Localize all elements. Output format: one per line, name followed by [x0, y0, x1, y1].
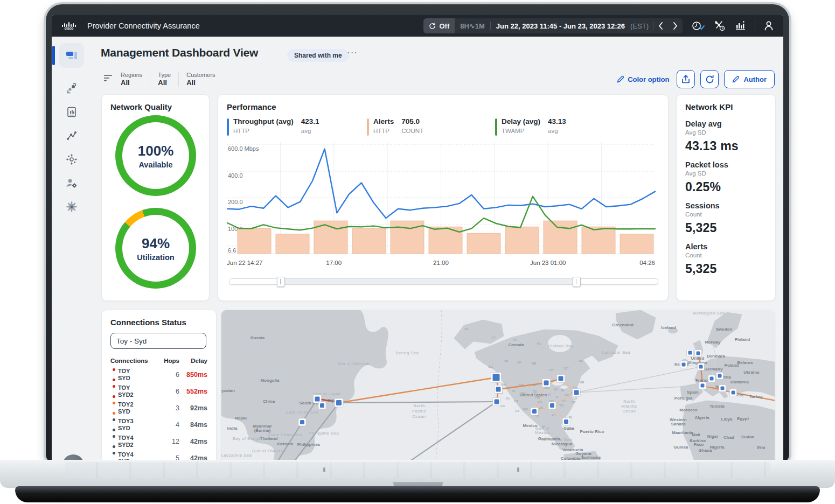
color-option-button[interactable]: Color option — [617, 75, 669, 83]
map-place-label: NV — [506, 397, 510, 400]
timer-check-icon[interactable] — [691, 20, 705, 31]
map-place-label: Russia — [250, 335, 265, 340]
map-node[interactable] — [699, 382, 706, 389]
map-place-label: AZ — [515, 409, 519, 412]
connection-row[interactable]: TOY4SYD542ms — [110, 450, 207, 461]
share-icon — [681, 75, 690, 84]
filter-regions[interactable]: Regions All — [121, 72, 150, 87]
time-prev-button[interactable] — [653, 22, 668, 30]
map-node[interactable] — [531, 408, 538, 415]
cisco-logo-icon: cisco — [61, 22, 80, 30]
map-node[interactable] — [491, 373, 502, 383]
page-title: Management Dashboard View — [101, 46, 258, 59]
filter-icon[interactable] — [103, 74, 113, 84]
map-place-label: AB — [504, 359, 508, 362]
nav-settings[interactable] — [59, 195, 84, 219]
map-node[interactable] — [495, 386, 503, 394]
map-place-label: Finland — [735, 337, 750, 342]
legend-alerts[interactable]: Alerts 705.0 HTTP COUNT — [367, 117, 502, 136]
nav-paths[interactable] — [59, 124, 84, 148]
map-node[interactable] — [708, 375, 715, 382]
map-place-label: WI — [554, 388, 558, 391]
share-button[interactable] — [677, 70, 695, 88]
map-place-label: Bay of Bengal — [233, 436, 262, 441]
time-next-button[interactable] — [668, 22, 683, 30]
map-place-label: Mauritania — [672, 430, 694, 435]
map-node[interactable] — [573, 389, 581, 397]
card-title: Network Quality — [110, 102, 172, 111]
connection-row[interactable]: TOY3SYD484ms — [110, 416, 207, 433]
auto-refresh-toggle[interactable]: Off — [423, 18, 455, 33]
map-node[interactable] — [318, 402, 326, 409]
map-place-label: Bering Sea — [395, 351, 419, 355]
connection-row[interactable]: TOYSYD6850ms — [110, 366, 207, 383]
map-place-label: Mexico — [535, 430, 549, 435]
map-node[interactable] — [493, 398, 501, 406]
slider-handle-left[interactable] — [277, 277, 285, 287]
filter-customers[interactable]: Customers All — [178, 72, 222, 87]
map-place-label: QC — [564, 367, 569, 370]
nav-user-admin[interactable] — [59, 171, 84, 195]
dashboard-icon — [66, 50, 78, 61]
slider-handle-right[interactable] — [573, 277, 581, 287]
map-node[interactable] — [687, 349, 694, 356]
pencil-icon — [732, 75, 740, 83]
metrics-chart-icon[interactable] — [734, 20, 746, 31]
map-place-label: SK — [517, 361, 521, 364]
nav-topology[interactable] — [59, 148, 84, 171]
map-node[interactable] — [698, 363, 705, 370]
map-node[interactable] — [542, 379, 551, 387]
map-place-label: Iceland — [661, 325, 676, 330]
interval-label[interactable]: 8H∿1M — [455, 22, 490, 30]
nav-dashboards[interactable] — [59, 43, 84, 68]
sessions-icon — [66, 82, 78, 94]
map-node[interactable] — [335, 398, 343, 407]
svg-text:Jun 22 14:27: Jun 22 14:27 — [227, 260, 263, 266]
user-profile-icon[interactable] — [764, 20, 774, 31]
connection-endpoints-icon — [110, 402, 117, 415]
svg-text:17:00: 17:00 — [326, 260, 342, 266]
map-node[interactable] — [719, 385, 726, 392]
more-options-button[interactable]: ··· — [347, 47, 358, 58]
world-map[interactable]: RussiaMongoliaChinaNepalIndiaMyanmar(Bur… — [221, 310, 775, 461]
connection-row[interactable]: TOY2SYD392ms — [110, 400, 207, 416]
nav-sessions[interactable] — [59, 76, 84, 100]
top-app-bar: cisco Provider Connectivity Assurance Of… — [52, 15, 783, 37]
map-place-label: Chad — [723, 435, 734, 440]
map-node[interactable] — [730, 389, 737, 396]
map-node[interactable] — [557, 375, 565, 383]
filter-type[interactable]: Type All — [150, 72, 178, 87]
map-node[interactable] — [716, 373, 723, 380]
connection-row[interactable]: TOY4SYD21242ms — [110, 433, 207, 450]
map-place-label: OH — [565, 393, 569, 396]
map-place-label: ME — [580, 381, 584, 384]
legend-throughput[interactable]: Throughput (avg) 423.1 HTTP avg — [227, 117, 361, 136]
performance-chart[interactable]: 600.0 Mbps400.0200.0100.06.6Jun 22 14:27… — [227, 142, 658, 271]
map-place-label: ND — [532, 383, 537, 387]
active-indicator — [52, 46, 55, 65]
map-place-label: Sweden — [716, 327, 732, 332]
nav-reports[interactable] — [59, 100, 84, 124]
map-place-label: Faso — [694, 442, 704, 447]
map-node[interactable] — [695, 350, 702, 357]
legend-delay[interactable]: Delay (avg) 43.13 TWAMP avg — [495, 117, 630, 136]
connection-endpoints-icon — [110, 385, 117, 398]
svg-text:21:00: 21:00 — [433, 260, 449, 266]
map-node[interactable] — [548, 402, 556, 409]
map-node[interactable] — [562, 418, 570, 425]
map-place-label: China — [263, 399, 275, 404]
map-node[interactable] — [680, 361, 687, 368]
author-button[interactable]: Author — [724, 70, 775, 88]
map-place-label: Cuba — [563, 426, 575, 431]
tools-icon[interactable] — [714, 20, 726, 31]
connection-row[interactable]: TOYSYD26552ms — [110, 383, 207, 400]
connection-selector[interactable]: Toy - Syd — [110, 333, 206, 349]
refresh-dashboard-button[interactable] — [700, 70, 719, 88]
date-range-label[interactable]: Jun 22, 2023 11:45 - Jun 23, 2023 12:26 — [491, 22, 630, 30]
timezone-label: (EST) — [630, 22, 653, 30]
slider-selection[interactable] — [280, 279, 576, 284]
svg-text:6.6: 6.6 — [228, 247, 236, 254]
connection-name: TOYSYD — [117, 368, 161, 382]
map-node[interactable] — [298, 418, 306, 426]
time-window-slider[interactable] — [229, 277, 657, 286]
